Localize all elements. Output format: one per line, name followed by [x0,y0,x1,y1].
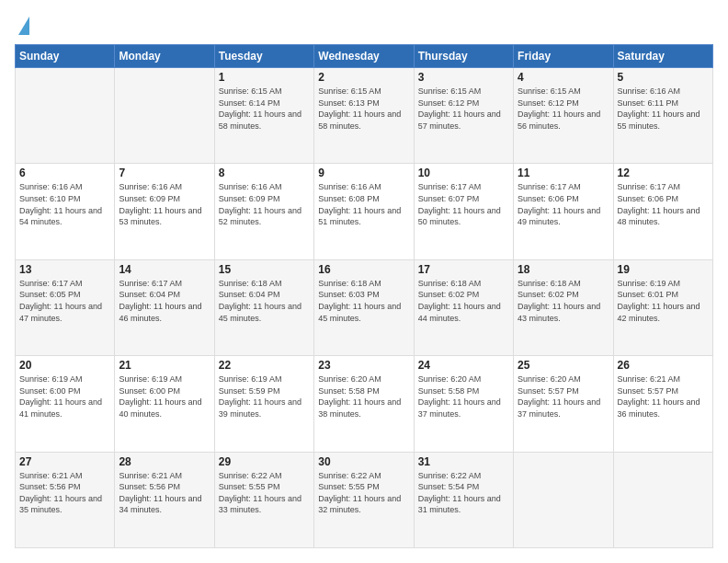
col-header-tuesday: Tuesday [214,45,313,68]
logo [15,15,29,35]
day-info: Sunrise: 6:16 AM Sunset: 6:11 PM Dayligh… [618,86,709,132]
day-number: 24 [418,359,509,372]
calendar-cell [16,68,115,164]
day-info: Sunrise: 6:21 AM Sunset: 5:56 PM Dayligh… [19,470,110,516]
day-info: Sunrise: 6:19 AM Sunset: 6:00 PM Dayligh… [119,373,210,419]
day-info: Sunrise: 6:20 AM Sunset: 5:58 PM Dayligh… [418,373,509,419]
calendar-cell: 17Sunrise: 6:18 AM Sunset: 6:02 PM Dayli… [414,259,513,355]
calendar-week-row: 13Sunrise: 6:17 AM Sunset: 6:05 PM Dayli… [16,259,713,355]
calendar-cell: 31Sunrise: 6:22 AM Sunset: 5:54 PM Dayli… [414,452,513,547]
calendar-cell: 20Sunrise: 6:19 AM Sunset: 6:00 PM Dayli… [16,356,115,452]
calendar-table: SundayMondayTuesdayWednesdayThursdayFrid… [15,44,713,548]
day-number: 18 [518,263,609,276]
day-info: Sunrise: 6:15 AM Sunset: 6:12 PM Dayligh… [518,86,609,132]
day-info: Sunrise: 6:19 AM Sunset: 6:01 PM Dayligh… [618,278,709,324]
col-header-friday: Friday [514,45,613,68]
day-info: Sunrise: 6:15 AM Sunset: 6:14 PM Dayligh… [219,86,310,132]
calendar-cell: 18Sunrise: 6:18 AM Sunset: 6:02 PM Dayli… [514,259,613,355]
calendar-cell: 9Sunrise: 6:16 AM Sunset: 6:08 PM Daylig… [314,164,414,259]
calendar-cell: 14Sunrise: 6:17 AM Sunset: 6:04 PM Dayli… [115,259,214,355]
day-number: 19 [618,263,709,276]
calendar-cell: 3Sunrise: 6:15 AM Sunset: 6:12 PM Daylig… [414,68,513,164]
day-number: 2 [318,71,409,84]
day-info: Sunrise: 6:18 AM Sunset: 6:03 PM Dayligh… [318,278,409,324]
day-number: 22 [219,359,310,372]
calendar-cell: 1Sunrise: 6:15 AM Sunset: 6:14 PM Daylig… [214,68,313,164]
day-info: Sunrise: 6:21 AM Sunset: 5:57 PM Dayligh… [618,373,709,419]
day-info: Sunrise: 6:20 AM Sunset: 5:57 PM Dayligh… [518,373,609,419]
day-info: Sunrise: 6:20 AM Sunset: 5:58 PM Dayligh… [318,373,409,419]
header [15,15,713,35]
day-info: Sunrise: 6:17 AM Sunset: 6:07 PM Dayligh… [418,181,509,227]
calendar-cell: 8Sunrise: 6:16 AM Sunset: 6:09 PM Daylig… [214,164,313,259]
day-info: Sunrise: 6:19 AM Sunset: 6:00 PM Dayligh… [19,373,110,419]
day-number: 27 [19,455,110,468]
day-info: Sunrise: 6:18 AM Sunset: 6:04 PM Dayligh… [219,278,310,324]
col-header-wednesday: Wednesday [314,45,414,68]
day-number: 29 [219,455,310,468]
calendar-cell: 28Sunrise: 6:21 AM Sunset: 5:56 PM Dayli… [115,452,214,547]
day-number: 14 [119,263,210,276]
calendar-cell: 5Sunrise: 6:16 AM Sunset: 6:11 PM Daylig… [613,68,712,164]
calendar-cell: 15Sunrise: 6:18 AM Sunset: 6:04 PM Dayli… [214,259,313,355]
calendar-cell [613,452,712,547]
day-info: Sunrise: 6:18 AM Sunset: 6:02 PM Dayligh… [518,278,609,324]
calendar-cell: 23Sunrise: 6:20 AM Sunset: 5:58 PM Dayli… [314,356,414,452]
calendar-cell: 22Sunrise: 6:19 AM Sunset: 5:59 PM Dayli… [214,356,313,452]
day-info: Sunrise: 6:15 AM Sunset: 6:12 PM Dayligh… [418,86,509,132]
day-info: Sunrise: 6:22 AM Sunset: 5:54 PM Dayligh… [418,470,509,516]
day-number: 11 [518,167,609,179]
calendar-cell [115,68,214,164]
day-number: 23 [318,359,409,372]
day-info: Sunrise: 6:19 AM Sunset: 5:59 PM Dayligh… [219,373,310,419]
day-info: Sunrise: 6:21 AM Sunset: 5:56 PM Dayligh… [119,470,210,516]
day-info: Sunrise: 6:22 AM Sunset: 5:55 PM Dayligh… [318,470,409,516]
day-number: 1 [219,71,310,84]
day-number: 28 [119,455,210,468]
day-number: 6 [19,167,110,179]
calendar-cell: 7Sunrise: 6:16 AM Sunset: 6:09 PM Daylig… [115,164,214,259]
calendar-cell: 24Sunrise: 6:20 AM Sunset: 5:58 PM Dayli… [414,356,513,452]
day-number: 5 [618,71,709,84]
day-info: Sunrise: 6:15 AM Sunset: 6:13 PM Dayligh… [318,86,409,132]
day-number: 8 [219,167,310,179]
calendar-cell: 21Sunrise: 6:19 AM Sunset: 6:00 PM Dayli… [115,356,214,452]
day-number: 3 [418,71,509,84]
calendar-cell: 25Sunrise: 6:20 AM Sunset: 5:57 PM Dayli… [514,356,613,452]
day-number: 7 [119,167,210,179]
day-info: Sunrise: 6:17 AM Sunset: 6:05 PM Dayligh… [19,278,110,324]
day-number: 4 [518,71,609,84]
calendar-week-row: 1Sunrise: 6:15 AM Sunset: 6:14 PM Daylig… [16,68,713,164]
day-number: 21 [119,359,210,372]
calendar-cell: 11Sunrise: 6:17 AM Sunset: 6:06 PM Dayli… [514,164,613,259]
day-info: Sunrise: 6:17 AM Sunset: 6:04 PM Dayligh… [119,278,210,324]
calendar-week-row: 20Sunrise: 6:19 AM Sunset: 6:00 PM Dayli… [16,356,713,452]
calendar-week-row: 6Sunrise: 6:16 AM Sunset: 6:10 PM Daylig… [16,164,713,259]
day-info: Sunrise: 6:16 AM Sunset: 6:09 PM Dayligh… [219,181,310,227]
calendar-cell: 27Sunrise: 6:21 AM Sunset: 5:56 PM Dayli… [16,452,115,547]
calendar-cell [514,452,613,547]
calendar-cell: 2Sunrise: 6:15 AM Sunset: 6:13 PM Daylig… [314,68,414,164]
day-number: 16 [318,263,409,276]
day-info: Sunrise: 6:17 AM Sunset: 6:06 PM Dayligh… [618,181,709,227]
day-info: Sunrise: 6:18 AM Sunset: 6:02 PM Dayligh… [418,278,509,324]
calendar-cell: 19Sunrise: 6:19 AM Sunset: 6:01 PM Dayli… [613,259,712,355]
logo-triangle-icon [18,17,29,35]
day-info: Sunrise: 6:16 AM Sunset: 6:08 PM Dayligh… [318,181,409,227]
calendar-cell: 30Sunrise: 6:22 AM Sunset: 5:55 PM Dayli… [314,452,414,547]
calendar-cell: 13Sunrise: 6:17 AM Sunset: 6:05 PM Dayli… [16,259,115,355]
col-header-sunday: Sunday [16,45,115,68]
day-number: 17 [418,263,509,276]
col-header-thursday: Thursday [414,45,513,68]
calendar-cell: 26Sunrise: 6:21 AM Sunset: 5:57 PM Dayli… [613,356,712,452]
calendar-cell: 16Sunrise: 6:18 AM Sunset: 6:03 PM Dayli… [314,259,414,355]
day-number: 30 [318,455,409,468]
day-number: 13 [19,263,110,276]
calendar-cell: 12Sunrise: 6:17 AM Sunset: 6:06 PM Dayli… [613,164,712,259]
day-number: 15 [219,263,310,276]
calendar-cell: 6Sunrise: 6:16 AM Sunset: 6:10 PM Daylig… [16,164,115,259]
calendar-cell: 4Sunrise: 6:15 AM Sunset: 6:12 PM Daylig… [514,68,613,164]
day-number: 12 [618,167,709,179]
col-header-saturday: Saturday [613,45,712,68]
calendar-week-row: 27Sunrise: 6:21 AM Sunset: 5:56 PM Dayli… [16,452,713,547]
